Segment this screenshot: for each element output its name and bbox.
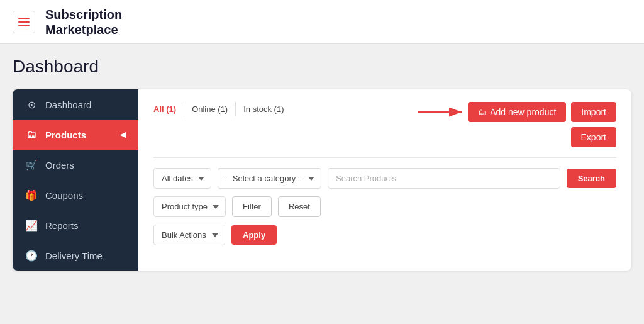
briefcase-icon: 🗂 [25,128,38,141]
tab-all[interactable]: All (1) [153,102,184,116]
filter-row-3: Bulk Actions Apply [153,225,616,245]
bulk-actions-select[interactable]: Bulk Actions [153,225,225,245]
sidebar-item-orders[interactable]: 🛒 Orders [13,150,138,180]
chart-icon: 📈 [25,219,38,232]
content-area: All (1) Online (1) In stock (1) [138,89,631,271]
sidebar-item-products[interactable]: 🗂 Products ◀ [13,120,138,150]
divider-1 [153,157,616,158]
app-header: Subscription Marketplace [0,0,644,44]
arrow-annotation [414,103,468,121]
sidebar-active-indicator: ◀ [120,130,126,139]
menu-toggle[interactable] [13,11,35,33]
sidebar-item-dashboard[interactable]: ⊙ Dashboard [13,89,138,120]
tab-in-stock[interactable]: In stock (1) [236,102,291,116]
search-button[interactable]: Search [567,169,616,188]
apply-button[interactable]: Apply [231,225,277,245]
page-title: Dashboard [13,57,631,77]
product-type-filter[interactable]: Product type [153,196,226,217]
reset-button[interactable]: Reset [278,196,321,217]
category-filter[interactable]: – Select a category – [218,168,321,189]
sidebar-item-delivery-time[interactable]: 🕐 Delivery Time [13,240,138,271]
sidebar-item-coupons[interactable]: 🎁 Coupons [13,180,138,210]
tab-online[interactable]: Online (1) [184,102,236,116]
clock-icon: 🕐 [25,249,38,262]
filter-row-2: Product type Filter Reset [153,196,616,217]
dates-filter[interactable]: All dates [153,168,211,189]
sidebar: ⊙ Dashboard 🗂 Products ◀ 🛒 Orders 🎁 Coup… [13,89,138,271]
search-input[interactable] [328,168,560,189]
filter-button[interactable]: Filter [232,196,272,217]
cart-icon: 🛒 [25,159,38,171]
sidebar-item-reports[interactable]: 📈 Reports [13,210,138,240]
add-new-product-button[interactable]: 🗂 Add new product [468,102,566,122]
content-card: ⊙ Dashboard 🗂 Products ◀ 🛒 Orders 🎁 Coup… [13,89,631,271]
import-button[interactable]: Import [571,102,616,122]
gift-icon: 🎁 [25,189,38,201]
filter-row-1: All dates – Select a category – Search [153,168,616,189]
app-title: Subscription Marketplace [45,7,122,37]
export-button[interactable]: Export [571,127,616,147]
briefcase-small-icon: 🗂 [478,108,486,117]
main-wrapper: Dashboard ⊙ Dashboard 🗂 Products ◀ 🛒 Ord… [0,44,644,324]
gauge-icon: ⊙ [25,98,38,111]
tabs-row: All (1) Online (1) In stock (1) [153,102,292,116]
